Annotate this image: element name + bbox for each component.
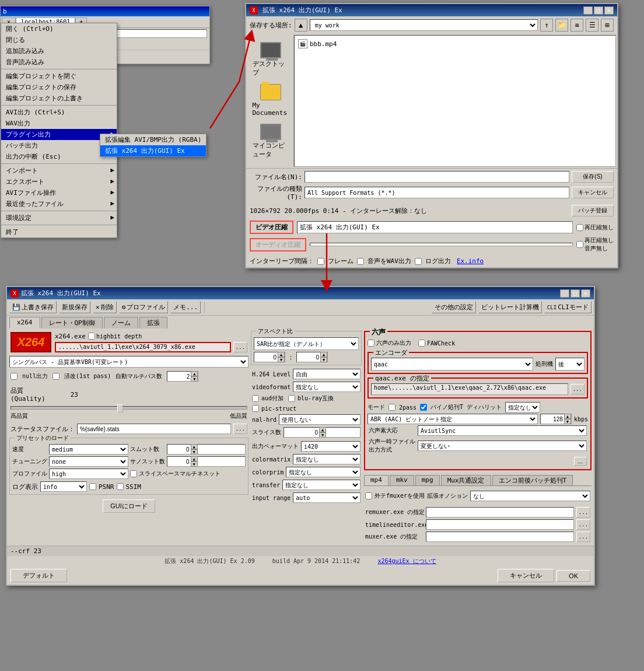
auto-multipass-input[interactable] <box>167 373 191 380</box>
bitrate-spinner[interactable]: ▲ ▼ <box>540 414 572 424</box>
tab-norm[interactable]: ノーム <box>104 317 138 328</box>
mux-tab-batch[interactable]: エンコ前後バッチ処刊T <box>492 475 573 485</box>
lookhead-down[interactable]: ▼ <box>191 462 198 467</box>
lookhead-input[interactable] <box>167 458 191 466</box>
sidebar-mydocs[interactable]: My Documents <box>250 82 291 119</box>
max-btn[interactable]: □ <box>594 6 603 15</box>
slider-row[interactable] <box>9 406 249 410</box>
save-button[interactable]: 保存(S) <box>572 171 614 183</box>
frame-checkbox[interactable] <box>317 258 324 265</box>
up-folder-btn[interactable]: ↑ <box>540 19 553 32</box>
menu-avi-op[interactable]: AVIファイル操作 <box>1 187 117 198</box>
dilhit-combo[interactable]: 指定なし <box>505 402 540 413</box>
mux-tab-mpg[interactable]: mpg <box>415 475 440 485</box>
memo-btn[interactable]: メモ... <box>170 301 201 313</box>
video-compress-btn[interactable]: ビデオ圧縮 <box>250 221 293 234</box>
quality-slider-thumb[interactable] <box>117 404 123 413</box>
plugin-avi-bmp[interactable]: 拡張編集 AVI/BMP出力 (RGBA) <box>100 134 206 145</box>
slice-down[interactable]: ▼ <box>319 432 326 438</box>
min-btn[interactable]: _ <box>583 6 593 15</box>
thread-up[interactable]: ▲ <box>191 444 198 449</box>
qaac-browse-btn[interactable]: ... <box>570 384 584 394</box>
menu-wav-output[interactable]: WAV出力 <box>1 118 117 129</box>
ex-info-link[interactable]: Ex.info <box>457 257 484 265</box>
menu-overwrite-project[interactable]: 編集プロジェクトの上書き <box>1 93 117 104</box>
qaac-path-input[interactable]: home\......\aviutl_1.1\exe\qaac_2.72\x86… <box>371 383 568 395</box>
input-range-combo[interactable]: auto <box>293 492 360 503</box>
menu-avi-output[interactable]: AVI出力 (Ctrl+S) <box>1 107 117 118</box>
colorprim-combo[interactable]: 指定なし <box>286 467 360 477</box>
nal-hrd-combo[interactable]: 使用しない <box>279 414 360 425</box>
main-close-btn[interactable]: × <box>581 289 590 298</box>
menu-recent[interactable]: 最近使ったファイル <box>1 198 117 209</box>
output-format-combo[interactable]: i420 <box>301 441 360 452</box>
plugin-x264[interactable]: 拡張 x264 出力(GUI) Ex <box>100 145 206 156</box>
aspect-w-up[interactable]: ▲ <box>278 352 285 357</box>
sidebar-mycomputer[interactable]: マイコンピュータ <box>250 121 291 161</box>
sidebar-desktop[interactable]: デスクトップ <box>250 40 291 79</box>
main-max-btn[interactable]: □ <box>570 289 580 298</box>
pic-struct-checkbox[interactable] <box>252 405 259 412</box>
bitrate-mode-combo[interactable]: ABR (AAC) ビットノート指定 <box>368 414 538 424</box>
menu-export[interactable]: エクスポート <box>1 176 117 187</box>
delete-btn[interactable]: ✕ 削除 <box>93 301 117 313</box>
lookhead-up[interactable]: ▲ <box>191 456 198 462</box>
ok-btn[interactable]: OK <box>556 570 590 582</box>
thread-down[interactable]: ▼ <box>191 449 198 455</box>
default-btn[interactable]: デフォルト <box>10 569 67 582</box>
extension-combo[interactable]: なし <box>470 491 590 501</box>
close-btn[interactable]: × <box>604 6 614 15</box>
cancel-btn[interactable]: キャンセル <box>498 569 554 582</box>
muxer-input[interactable] <box>426 532 574 542</box>
stats-browse-btn[interactable]: ... <box>233 424 247 434</box>
slice-up[interactable]: ▲ <box>319 427 326 432</box>
aspect-w-input[interactable] <box>254 354 278 361</box>
cancel-button[interactable]: キャンセル <box>572 187 614 198</box>
menu-close[interactable]: 閉じる <box>1 34 117 46</box>
list-view-btn[interactable]: ≡ <box>570 19 583 32</box>
new-folder-btn[interactable]: 📁 <box>555 19 568 32</box>
details-view-btn[interactable]: ☰ <box>586 19 598 32</box>
menu-open[interactable]: 開く (Ctrl+O) <box>1 23 117 34</box>
tab-rate-qp[interactable]: レート・QP制御 <box>41 317 103 328</box>
exe-path-input[interactable]: ......\aviutl_1.1\exe\x264_3079_x86.exe <box>55 342 231 352</box>
mux-tab-common[interactable]: Mux共通設定 <box>441 475 491 485</box>
no-recompress2-checkbox[interactable] <box>576 241 583 248</box>
preset-profile-combo[interactable]: high <box>49 469 128 479</box>
menu-env[interactable]: 環境設定 <box>1 212 117 223</box>
auto-multipass-spinner[interactable]: ▲ ▼ <box>167 371 198 382</box>
bitrate-up[interactable]: ▲ <box>564 414 571 419</box>
audio-only-checkbox[interactable] <box>368 340 374 347</box>
mux-tab-mkv[interactable]: mkv <box>390 475 414 485</box>
aspect-h-up[interactable]: ▲ <box>320 352 327 357</box>
tab-x264[interactable]: x264 <box>9 317 40 328</box>
profile-btn[interactable]: ⚙ プロファイル <box>119 301 169 313</box>
main-min-btn[interactable]: _ <box>560 289 569 298</box>
menu-import[interactable]: インポート <box>1 165 117 176</box>
binom-checkbox[interactable] <box>420 404 427 411</box>
faw-checkbox[interactable] <box>418 340 425 347</box>
highbit-checkbox[interactable] <box>88 333 95 340</box>
save-location-combo[interactable]: my work <box>310 19 538 31</box>
psnr-checkbox[interactable] <box>89 483 96 490</box>
file-item-bbb[interactable]: 🎬 bbb.mp4 <box>297 38 613 50</box>
batch-btn[interactable]: バッチ登録 <box>572 205 614 216</box>
colormatrix-combo[interactable]: 指定なし <box>293 454 360 464</box>
gui-load-btn[interactable]: GUIにロード <box>103 499 155 513</box>
menu-exit[interactable]: 終了 <box>1 226 117 237</box>
out-combo[interactable]: 後 <box>555 358 584 371</box>
transfer-combo[interactable]: 指定なし <box>282 480 360 490</box>
overwrite-save-btn[interactable]: 💾 上書き保存 <box>9 301 57 313</box>
spinner-down[interactable]: ▼ <box>191 376 198 382</box>
slice-spinner[interactable]: ▲ ▼ <box>284 427 360 438</box>
wav-output-checkbox[interactable] <box>357 258 364 265</box>
ssim-checkbox[interactable] <box>117 483 124 490</box>
cli-mode-btn[interactable]: CLI CLIモード <box>544 301 592 313</box>
filename-input[interactable] <box>304 171 569 183</box>
menu-close-project[interactable]: 編集プロジェクトを閉ぐ <box>1 71 117 82</box>
bitrate-input[interactable] <box>541 415 564 423</box>
filetype-combo[interactable]: All Support Formats (*.*) <box>304 187 569 198</box>
log-output-checkbox[interactable] <box>415 258 422 265</box>
twopass-checkbox[interactable] <box>388 404 396 411</box>
more-view-btn[interactable]: ⊞ <box>601 19 614 32</box>
